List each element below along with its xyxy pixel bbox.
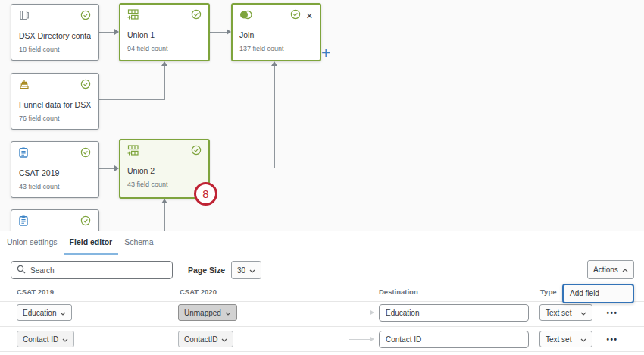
node-title: Union 2 — [127, 166, 202, 175]
directory-icon — [19, 10, 30, 24]
connector-dsx-union1 — [99, 32, 115, 33]
node-join[interactable]: ✕ Join 137 field count — [231, 3, 321, 61]
select-value: ContactID — [184, 335, 217, 344]
row-divider — [0, 326, 644, 327]
node-field-count: 137 field count — [239, 45, 313, 52]
type-select[interactable]: Text set — [539, 331, 592, 347]
chevron-up-icon — [622, 265, 628, 274]
connector-union1-join — [210, 32, 227, 33]
node-field-count: 43 field count — [19, 183, 91, 190]
mapping-arrow-icon — [349, 339, 370, 340]
chevron-down-icon — [580, 335, 586, 344]
select-value: Contact ID — [23, 335, 58, 344]
chevron-down-icon — [225, 309, 231, 317]
connector-hidden-union2-v — [164, 203, 165, 231]
node-field-count: 94 field count — [127, 45, 202, 52]
source2-field-select[interactable]: ContactID — [178, 331, 233, 347]
node-title: Union 1 — [127, 30, 202, 39]
add-node-icon[interactable]: + — [321, 44, 330, 62]
node-title: Funnel data for DSX ... — [19, 100, 91, 109]
node-title: DSX Directory contacts — [19, 31, 91, 40]
actions-label: Actions — [593, 265, 618, 274]
check-circle-icon — [80, 79, 91, 93]
tab-schema[interactable]: Schema — [118, 231, 160, 255]
destination-input[interactable] — [379, 331, 529, 348]
overflow-menu-icon[interactable]: ••• — [605, 335, 620, 344]
page-size-value: 30 — [237, 266, 245, 275]
connector-funnel-union1-h — [99, 99, 165, 100]
source-field-select[interactable]: Education — [17, 304, 72, 321]
column-header-destination: Destination — [379, 287, 418, 296]
node-dsx-directory-contacts[interactable]: DSX Directory contacts 18 field count — [11, 4, 99, 61]
column-header-csat-2020: CSAT 2020 — [180, 287, 217, 296]
node-partial[interactable] — [11, 209, 99, 231]
arrowhead-up-icon — [271, 61, 277, 66]
funnel-icon — [19, 79, 30, 93]
select-value: Text set — [546, 335, 571, 344]
clipboard-icon — [19, 215, 28, 229]
node-field-count: 43 field count — [127, 181, 202, 188]
check-circle-icon — [80, 10, 91, 24]
pipeline-canvas: DSX Directory contacts 18 field count Un… — [0, 0, 644, 231]
annotation-badge: 8 — [194, 182, 217, 206]
type-select[interactable]: Text set — [539, 304, 592, 321]
connector-csat2019-union2 — [99, 168, 115, 169]
select-value: Unmapped — [184, 309, 221, 317]
actions-button[interactable]: Actions — [587, 260, 634, 279]
node-field-count: 76 field count — [19, 115, 91, 122]
chevron-down-icon — [62, 335, 68, 344]
tab-union-settings[interactable]: Union settings — [1, 231, 64, 255]
search-box[interactable] — [11, 261, 173, 279]
mapping-arrow-icon — [349, 313, 370, 313]
overflow-menu-icon[interactable]: ••• — [605, 309, 620, 317]
source2-field-select[interactable]: Unmapped — [178, 304, 237, 321]
node-funnel-data[interactable]: Funnel data for DSX ... 76 field count — [11, 73, 99, 130]
check-circle-icon — [80, 215, 91, 229]
chevron-down-icon — [580, 309, 586, 317]
page-size-label: Page Size — [188, 261, 225, 279]
column-header-type: Type — [540, 287, 556, 296]
node-field-count: 18 field count — [19, 46, 91, 53]
source-field-select[interactable]: Contact ID — [17, 331, 74, 347]
destination-input[interactable] — [379, 304, 529, 322]
check-circle-icon — [191, 9, 202, 23]
arrowhead-up-icon — [161, 61, 167, 66]
check-circle-icon — [191, 145, 202, 159]
data-mapper-app: DSX Directory contacts 18 field count Un… — [0, 0, 644, 355]
check-circle-icon — [290, 9, 301, 23]
select-value: Education — [23, 309, 56, 317]
field-editor-panel: Union settings Field editor Schema Page … — [0, 231, 644, 355]
node-title: CSAT 2019 — [19, 168, 91, 178]
connector-union2-join-h — [210, 168, 275, 168]
arrowhead-up-icon — [161, 199, 167, 203]
chevron-down-icon — [221, 335, 227, 344]
connector-union2-join-v — [274, 66, 275, 168]
tab-field-editor[interactable]: Field editor — [64, 231, 119, 255]
node-csat-2019[interactable]: CSAT 2019 43 field count — [11, 141, 99, 198]
node-title: Join — [239, 30, 313, 39]
connector-funnel-union1-v — [164, 66, 165, 100]
select-value: Text set — [546, 309, 571, 317]
check-circle-icon — [80, 147, 91, 161]
close-icon[interactable]: ✕ — [306, 11, 313, 21]
panel-tabs: Union settings Field editor Schema — [1, 231, 160, 255]
search-icon — [17, 263, 26, 277]
join-icon — [239, 9, 252, 23]
header-divider — [0, 301, 644, 302]
union-icon — [127, 145, 141, 159]
column-header-csat-2019: CSAT 2019 — [17, 287, 54, 296]
chevron-down-icon — [60, 309, 66, 317]
chevron-down-icon — [249, 266, 255, 275]
page-size-select[interactable]: 30 — [231, 261, 261, 279]
union-icon — [127, 9, 141, 24]
node-union-1[interactable]: Union 1 94 field count — [119, 3, 210, 61]
search-input[interactable] — [30, 266, 167, 275]
menu-item-add-field[interactable]: Add field — [562, 284, 634, 303]
row-divider — [0, 351, 644, 352]
clipboard-icon — [19, 147, 28, 161]
